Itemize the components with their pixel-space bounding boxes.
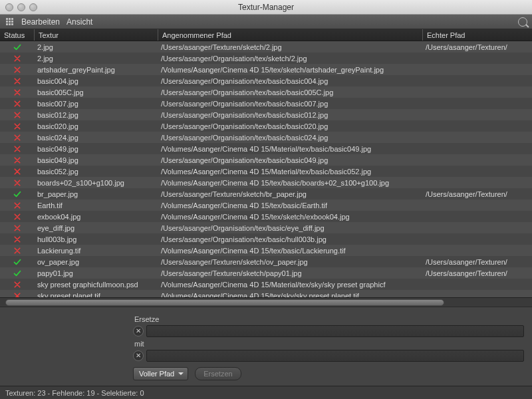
replace-label: Ersetze	[134, 315, 524, 323]
table-row[interactable]: Lackierung.tif/Volumes/Asanger/Cinema 4D…	[0, 245, 532, 256]
cross-icon	[0, 168, 35, 176]
texture-name: papy01.jpg	[35, 269, 158, 277]
table-row[interactable]: basic049.jpg/Users/asanger/Organisation/…	[0, 154, 532, 166]
table-row[interactable]: artshader_greyPaint.jpg/Volumes/Asanger/…	[0, 64, 532, 75]
menubar: Bearbeiten Ansicht	[0, 15, 532, 29]
texture-table-body: 2.jpg/Users/asanger/Texturen/sketch/2.jp…	[0, 41, 532, 297]
texture-name: ov_paper.jpg	[35, 258, 158, 266]
cross-icon	[0, 55, 35, 63]
texture-name: exbook04.jpg	[35, 213, 158, 221]
column-header-real-path[interactable]: Echter Pfad	[423, 29, 532, 41]
check-icon	[0, 190, 35, 198]
cross-icon	[0, 88, 35, 96]
texture-name: basic049.jpg	[35, 145, 158, 153]
table-row[interactable]: papy01.jpg/Users/asanger/Texturen/sketch…	[0, 267, 532, 279]
texture-name: 2.jpg	[35, 43, 158, 51]
cross-icon	[0, 201, 35, 209]
texture-name: basic020.jpg	[35, 122, 158, 130]
check-icon	[0, 269, 35, 277]
scrollbar-thumb[interactable]	[5, 299, 444, 306]
check-icon	[0, 258, 35, 266]
real-path: /Users/asanger/Texturen/	[423, 43, 532, 51]
table-row[interactable]: 2.jpg/Users/asanger/Organisation/tex/ske…	[0, 53, 532, 64]
texture-name: 2.jpg	[35, 55, 158, 63]
texture-name: basic004.jpg	[35, 77, 158, 85]
close-window-icon[interactable]	[5, 3, 13, 11]
horizontal-scrollbar[interactable]	[0, 297, 532, 307]
table-row[interactable]: br_paper.jpg/Users/asanger/Texturen/sket…	[0, 188, 532, 200]
table-row[interactable]: 2.jpg/Users/asanger/Texturen/sketch/2.jp…	[0, 41, 532, 53]
column-header-status[interactable]: Status	[0, 29, 35, 41]
assumed-path: /Users/asanger/Texturen/sketch/2.jpg	[158, 43, 423, 51]
table-row[interactable]: basic012.jpg/Users/asanger/Organisation/…	[0, 109, 532, 120]
assumed-path: /Volumes/Asanger/Cinema 4D 15/tex/sketch…	[158, 213, 423, 221]
texture-name: basic012.jpg	[35, 111, 158, 119]
table-row[interactable]: basic005C.jpg/Users/asanger/Organisation…	[0, 86, 532, 98]
zoom-window-icon[interactable]	[29, 3, 37, 11]
statusbar: Texturen: 23 - Fehlende: 19 - Selektiert…	[0, 386, 532, 399]
menu-view[interactable]: Ansicht	[66, 17, 92, 27]
cross-icon	[0, 235, 35, 243]
table-row[interactable]: basic004.jpg/Users/asanger/Organisation/…	[0, 75, 532, 86]
column-header-texture[interactable]: Textur	[35, 29, 158, 41]
cross-icon	[0, 247, 35, 255]
table-header: Status Textur Angenommener Pfad Echter P…	[0, 29, 532, 41]
assumed-path: /Users/asanger/Texturen/sketch/ov_paper.…	[158, 258, 423, 266]
assumed-path: /Volumes/Asanger/Cinema 4D 15/Material/t…	[158, 168, 423, 176]
real-path: /Users/asanger/Texturen/	[423, 269, 532, 277]
table-row[interactable]: eye_diff.jpg/Users/asanger/Organisation/…	[0, 222, 532, 233]
assumed-path: /Users/asanger/Organisation/tex/basic/ba…	[158, 122, 423, 130]
texture-name: hull003b.jpg	[35, 235, 158, 243]
replace-mode-dropdown[interactable]: Voller Pfad	[133, 367, 188, 380]
assumed-path: /Users/asanger/Texturen/sketch/papy01.jp…	[158, 269, 423, 277]
cross-icon	[0, 281, 35, 289]
table-row[interactable]: Earth.tif/Volumes/Asanger/Cinema 4D 15/t…	[0, 200, 532, 211]
cross-icon	[0, 145, 35, 153]
cross-icon	[0, 100, 35, 108]
assumed-path: /Users/asanger/Organisation/tex/basic/ba…	[158, 77, 423, 85]
clear-replace-icon[interactable]: ✕	[133, 326, 144, 336]
menu-edit[interactable]: Bearbeiten	[21, 17, 60, 27]
minimize-window-icon[interactable]	[17, 3, 25, 11]
table-row[interactable]: boards+02_s100+g100.jpg/Volumes/Asanger/…	[0, 177, 532, 188]
cross-icon	[0, 77, 35, 85]
table-row[interactable]: ov_paper.jpg/Users/asanger/Texturen/sket…	[0, 256, 532, 267]
assumed-path: /Volumes/Asanger/Cinema 4D 15/Material/t…	[158, 281, 423, 289]
cross-icon	[0, 224, 35, 232]
cross-icon	[0, 213, 35, 221]
table-row[interactable]: basic052.jpg/Volumes/Asanger/Cinema 4D 1…	[0, 166, 532, 177]
texture-name: artshader_greyPaint.jpg	[35, 66, 158, 74]
clear-with-icon[interactable]: ✕	[133, 350, 144, 361]
assumed-path: /Users/asanger/Texturen/sketch/br_paper.…	[158, 190, 423, 198]
texture-name: basic049.jpg	[35, 156, 158, 164]
app-grid-icon[interactable]	[4, 17, 15, 27]
table-row[interactable]: basic049.jpg/Volumes/Asanger/Cinema 4D 1…	[0, 143, 532, 154]
table-row[interactable]: basic007.jpg/Users/asanger/Organisation/…	[0, 98, 532, 109]
with-input[interactable]	[146, 350, 524, 362]
replace-mode-label: Voller Pfad	[139, 370, 174, 378]
cross-icon	[0, 156, 35, 164]
replace-input[interactable]	[146, 325, 524, 337]
cross-icon	[0, 122, 35, 130]
table-row[interactable]: sky preset graphicfullmoon.psd/Volumes/A…	[0, 279, 532, 290]
titlebar: Textur-Manager	[0, 0, 532, 15]
assumed-path: /Volumes/Asanger/Cinema 4D 15/tex/basic/…	[158, 201, 423, 209]
replace-button[interactable]: Ersetzen	[195, 367, 241, 380]
assumed-path: /Users/asanger/Organisation/tex/basic/ba…	[158, 88, 423, 96]
table-row[interactable]: basic024.jpg/Users/asanger/Organisation/…	[0, 132, 532, 143]
assumed-path: /Users/asanger/Organisation/tex/basic/ba…	[158, 100, 423, 108]
table-row[interactable]: sky preset planet.tif/Volumes/Asanger/Ci…	[0, 290, 532, 297]
texture-name: basic024.jpg	[35, 134, 158, 142]
table-row[interactable]: exbook04.jpg/Volumes/Asanger/Cinema 4D 1…	[0, 211, 532, 222]
with-label: mit	[134, 340, 524, 348]
texture-name: basic007.jpg	[35, 100, 158, 108]
table-row[interactable]: hull003b.jpg/Users/asanger/Organisation/…	[0, 233, 532, 245]
assumed-path: /Volumes/Asanger/Cinema 4D 15/Material/t…	[158, 145, 423, 153]
search-icon[interactable]	[517, 17, 528, 27]
texture-name: br_paper.jpg	[35, 190, 158, 198]
column-header-assumed-path[interactable]: Angenommener Pfad	[158, 29, 423, 41]
table-row[interactable]: basic020.jpg/Users/asanger/Organisation/…	[0, 120, 532, 132]
assumed-path: /Volumes/Asanger/Cinema 4D 15/tex/basic/…	[158, 179, 423, 187]
cross-icon	[0, 111, 35, 119]
cross-icon	[0, 292, 35, 298]
